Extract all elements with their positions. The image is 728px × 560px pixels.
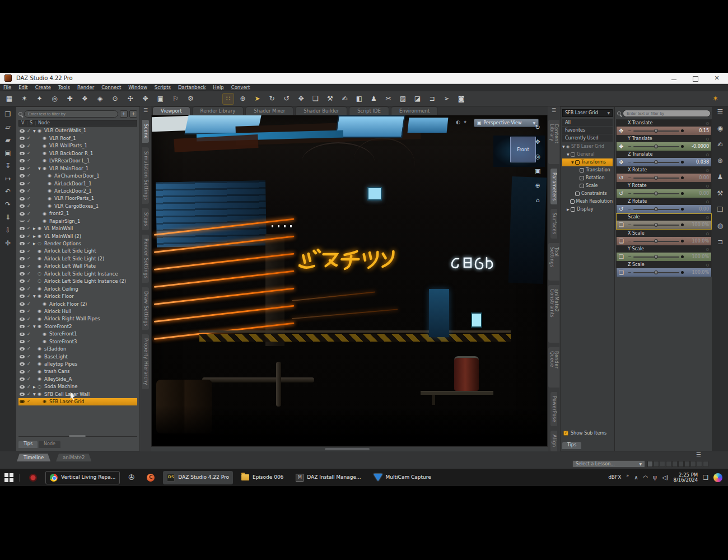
visibility-eye-icon[interactable]	[20, 302, 25, 306]
params-list-all[interactable]: All	[562, 119, 613, 126]
scene-node[interactable]: ✓◉RepairSign_1	[18, 217, 137, 225]
expand-arrow-icon[interactable]: ▼	[33, 129, 38, 133]
menu-scripts[interactable]: Scripts	[155, 85, 171, 90]
scene-node[interactable]: ✓◉AirLockDoor1_1	[18, 180, 137, 187]
expand-arrow-icon[interactable]: ▶	[33, 235, 38, 238]
param-slider-knob[interactable]	[654, 239, 658, 243]
active-pose-tool-icon[interactable]: ⚒	[324, 93, 336, 105]
tab-render-settings[interactable]: Render Settings	[142, 235, 149, 282]
visibility-eye-icon[interactable]	[20, 152, 25, 155]
param-options-icon[interactable]: ○	[706, 200, 709, 203]
key-dot-icon[interactable]	[681, 271, 684, 274]
scene-node[interactable]: ✓◉SFB Laser Grid	[18, 398, 137, 405]
visibility-eye-icon[interactable]	[20, 333, 25, 336]
key-dot-icon[interactable]	[681, 145, 684, 148]
visibility-eye-icon[interactable]	[20, 250, 25, 253]
key-dot-icon[interactable]	[681, 255, 684, 258]
param-slider-track[interactable]	[633, 209, 679, 210]
visibility-eye-icon[interactable]	[20, 400, 25, 403]
visibility-eye-icon[interactable]	[20, 295, 25, 298]
viewport-tab-shader-mixer[interactable]: Shader Mixer	[245, 106, 293, 115]
redo-icon[interactable]: ↷	[5, 201, 11, 208]
scene-node[interactable]: ✓◉alleytop Pipes	[18, 361, 137, 368]
visibility-eye-icon[interactable]	[20, 325, 25, 328]
selectable-check-icon[interactable]: ✓	[27, 309, 33, 314]
pane-menu-icon[interactable]: ☰	[143, 108, 148, 113]
tab-tips-right[interactable]: Tips	[562, 442, 581, 449]
addon-icon[interactable]: ✢	[5, 240, 11, 246]
tab-surfaces[interactable]: Surfaces	[550, 209, 557, 239]
new-scene-icon[interactable]: ▦	[3, 93, 15, 105]
figure-setup-tool-icon[interactable]: ♟	[368, 93, 380, 105]
menu-file[interactable]: File	[3, 85, 11, 90]
create-node-icon[interactable]: ❖	[79, 93, 91, 105]
visibility-eye-icon[interactable]	[20, 279, 25, 283]
twist-tool-icon[interactable]: ↺	[281, 93, 292, 105]
params-group[interactable]: ◦Mesh Resolution	[562, 198, 613, 206]
taskbar-daz-studio[interactable]: DSDAZ Studio 4.22 Pro	[163, 471, 233, 484]
scene-node[interactable]: ✓▼◉Airlock Floor	[18, 293, 137, 300]
rotate-tool-icon[interactable]: ↻	[266, 93, 278, 105]
param-slider-track[interactable]	[633, 272, 679, 273]
menu-edit[interactable]: Edit	[18, 85, 27, 90]
visibility-eye-icon[interactable]	[20, 235, 25, 238]
tab-content-library[interactable]: Content Library	[548, 120, 559, 164]
visibility-eye-icon[interactable]	[20, 144, 25, 148]
scene-navigator-tool-icon[interactable]: ⊕	[237, 93, 249, 105]
create-distantlight-icon[interactable]: ◎	[49, 93, 60, 105]
param-slider-track[interactable]	[633, 178, 679, 179]
parameters-node-dropdown[interactable]: SFB Laser Grid ▼	[562, 109, 613, 117]
scene-node[interactable]: ✓◉Airlock Ceiling	[18, 285, 137, 292]
create-camera-icon[interactable]: ✚	[64, 93, 76, 105]
tab-simulation-settings[interactable]: Simulation Settings	[142, 147, 149, 204]
save-icon[interactable]: ▣	[4, 150, 11, 156]
scene-node[interactable]: ✓▶◌Soda Machine	[18, 383, 137, 390]
nudge-minus[interactable]: −	[628, 192, 632, 196]
notification-center-icon[interactable]: ❑	[703, 474, 708, 480]
param-slider-knob[interactable]	[654, 144, 658, 148]
param-options-icon[interactable]: ○	[706, 263, 709, 267]
speaker-icon[interactable]: ◁)	[662, 475, 669, 480]
lighting-mode-icon[interactable]: ✦	[463, 120, 468, 125]
selectable-check-icon[interactable]: ✓	[27, 249, 33, 254]
params-group[interactable]: ◦Scale	[562, 182, 613, 190]
selectable-check-icon[interactable]: ✓	[27, 181, 33, 186]
param-slider-knob[interactable]	[654, 255, 658, 259]
frame-icon[interactable]: ▣	[535, 168, 540, 174]
visibility-eye-icon[interactable]	[20, 393, 25, 396]
param-options-icon[interactable]: ○	[706, 232, 709, 235]
visibility-eye-icon[interactable]	[20, 204, 25, 208]
camera-view-selector[interactable]: ▣ Perspective View ▼	[474, 119, 539, 127]
universal-pointer-tool-icon[interactable]: ➤	[251, 93, 263, 105]
maximize-button[interactable]	[692, 75, 699, 82]
visibility-eye-icon[interactable]	[20, 287, 25, 291]
params-group[interactable]: ▼◦General	[562, 151, 613, 158]
orbit-icon[interactable]: ↻	[535, 124, 540, 130]
create-null-icon[interactable]: ⊙	[109, 93, 121, 105]
visibility-eye-icon[interactable]	[20, 212, 25, 216]
selectable-check-icon[interactable]: ✓	[27, 129, 33, 133]
scene-node[interactable]: ✓◉StoreFront3	[18, 338, 137, 345]
render-camera-icon[interactable]: ◙	[455, 93, 467, 105]
tab-draw-settings[interactable]: Draw Settings	[142, 287, 149, 330]
polygon-group-tool-icon[interactable]: ▨	[397, 93, 409, 105]
param-value[interactable]: 0.00	[685, 207, 709, 212]
lesson-list-icon[interactable]: ☰	[696, 452, 701, 458]
visibility-eye-icon[interactable]	[20, 340, 25, 343]
visibility-eye-icon[interactable]	[20, 182, 25, 185]
visibility-eye-icon[interactable]	[20, 220, 25, 222]
visibility-eye-icon[interactable]	[20, 227, 25, 230]
tray-overflow-icon[interactable]: »	[626, 474, 629, 478]
lesson-nav-button-8[interactable]	[690, 461, 696, 467]
param-slider-track[interactable]	[633, 241, 679, 242]
translate-tool-icon[interactable]: ✥	[295, 93, 307, 105]
create-ik-icon[interactable]: ✥	[139, 93, 151, 105]
scene-node[interactable]: ✓▶◉VL MainWall (2)	[18, 232, 137, 240]
visibility-eye-icon[interactable]	[20, 362, 25, 366]
selectable-check-icon[interactable]: ✓	[27, 370, 33, 374]
viewport-scrollbar[interactable]	[151, 446, 548, 451]
scene-node[interactable]: ✓◉Airlock Hull	[18, 308, 137, 315]
lesson-nav-button-2[interactable]	[654, 461, 659, 467]
param-value[interactable]: -0.0000	[685, 144, 709, 149]
params-group[interactable]: ▼◉SFB Laser Grid	[562, 143, 613, 151]
